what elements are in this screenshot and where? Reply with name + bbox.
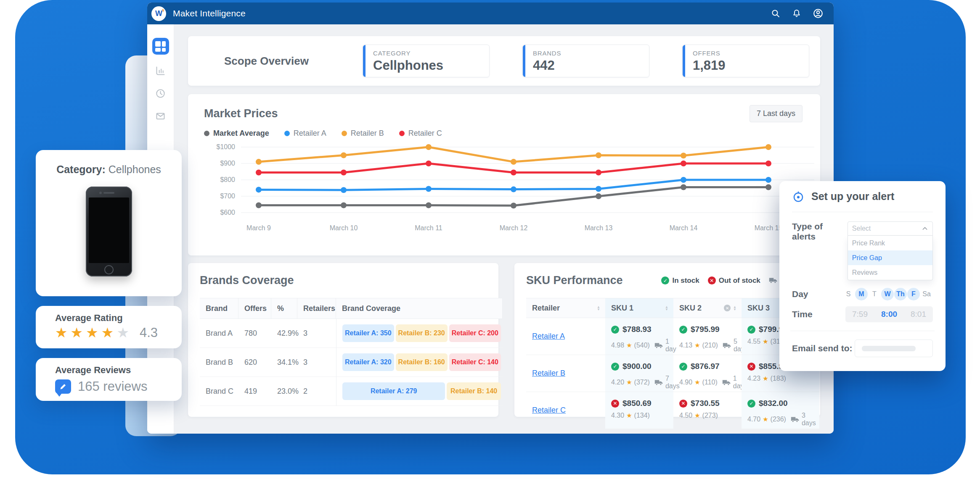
day-pill-t[interactable]: T bbox=[868, 288, 881, 300]
phone-home-button bbox=[104, 265, 114, 274]
retailer-link[interactable]: Retailer A bbox=[532, 332, 565, 341]
out-of-stock-icon: ✕ bbox=[747, 363, 755, 371]
data-point[interactable] bbox=[596, 193, 601, 199]
sku-price: $876.97 bbox=[691, 362, 720, 371]
in-stock-icon: ✓ bbox=[747, 326, 755, 334]
brands-column-header[interactable]: % bbox=[271, 298, 297, 319]
data-point[interactable] bbox=[341, 153, 347, 158]
stat-value: 1,819 bbox=[693, 58, 809, 73]
market-prices-title: Market Prices bbox=[204, 107, 278, 120]
sku-performance-table: Retailer▲▼SKU 1▲▼SKU 2✕▲▼SKU 3Retailer A… bbox=[526, 298, 808, 429]
star-icon: ★ bbox=[71, 325, 86, 340]
data-point[interactable] bbox=[341, 187, 347, 193]
data-point[interactable] bbox=[681, 184, 686, 190]
retailer-link[interactable]: Retailer C bbox=[532, 406, 566, 415]
coverage-chip: Retailer A: 350 bbox=[342, 324, 394, 342]
data-point[interactable] bbox=[341, 202, 347, 208]
data-point[interactable] bbox=[511, 159, 516, 165]
stat-label: CATEGORY bbox=[373, 50, 489, 57]
sort-icon[interactable]: ▲▼ bbox=[597, 305, 600, 311]
sku-reviews: (210) bbox=[702, 342, 718, 349]
legend-dot bbox=[342, 131, 347, 136]
sidebar-item-dashboard[interactable] bbox=[152, 38, 169, 55]
day-pill-m[interactable]: M bbox=[855, 288, 868, 300]
main-content: Scope Overview CATEGORYCellphonesBRANDS4… bbox=[174, 24, 834, 434]
coverage-chip: Retailer B: 140 bbox=[447, 382, 501, 400]
brand-coverage-bar: Retailer A: 350Retailer B: 230Retailer C… bbox=[336, 319, 503, 348]
data-point[interactable] bbox=[681, 153, 686, 158]
day-pill-th[interactable]: Th bbox=[894, 288, 907, 300]
data-point[interactable] bbox=[681, 161, 686, 166]
type-of-alerts-select[interactable]: Select bbox=[848, 221, 933, 236]
data-point[interactable] bbox=[426, 144, 432, 150]
day-pill-sa[interactable]: Sa bbox=[920, 288, 933, 300]
alert-option-reviews[interactable]: Reviews bbox=[848, 265, 932, 280]
legend-item: Retailer A bbox=[284, 129, 326, 138]
data-point[interactable] bbox=[596, 169, 601, 175]
data-point[interactable] bbox=[256, 159, 262, 165]
day-pill-s[interactable]: S bbox=[842, 288, 855, 300]
data-point[interactable] bbox=[256, 187, 262, 192]
grid-tile bbox=[155, 48, 161, 52]
time-picker[interactable]: 7:598:008:01 bbox=[845, 306, 933, 322]
brands-column-header[interactable]: Retailers bbox=[297, 298, 336, 319]
sku-row-retailer: Retailer C bbox=[526, 392, 605, 429]
sidebar-item-mail[interactable] bbox=[152, 109, 169, 123]
data-point[interactable] bbox=[765, 177, 771, 183]
sidebar-item-history[interactable] bbox=[152, 87, 169, 100]
data-point[interactable] bbox=[511, 169, 516, 175]
bell-icon[interactable] bbox=[792, 8, 802, 18]
data-point[interactable] bbox=[596, 186, 601, 192]
brands-column-header[interactable]: Brand Coverage bbox=[336, 298, 503, 319]
time-option[interactable]: 7:59 bbox=[852, 310, 868, 319]
data-point[interactable] bbox=[765, 161, 771, 166]
market-prices-chart: $1000$900$800$700$600March 9March 10Marc… bbox=[204, 142, 810, 234]
sku-column-header[interactable]: SKU 1▲▼ bbox=[605, 298, 673, 318]
phone-image bbox=[86, 187, 132, 276]
in-stock-icon: ✓ bbox=[679, 326, 687, 334]
alert-option-price-gap[interactable]: Price Gap bbox=[848, 250, 932, 265]
select-placeholder: Select bbox=[852, 225, 871, 232]
day-pill-f[interactable]: F bbox=[907, 288, 920, 300]
titlebar: W Maket Intelligence bbox=[147, 3, 834, 24]
retailer-link[interactable]: Retailer B bbox=[532, 369, 565, 378]
brands-column-header[interactable]: Brand bbox=[200, 298, 238, 319]
user-avatar-icon[interactable] bbox=[813, 8, 824, 19]
star-icon: ★ bbox=[55, 325, 71, 340]
brands-column-header[interactable]: Offers bbox=[238, 298, 271, 319]
email-input[interactable] bbox=[855, 340, 933, 357]
sku-cell: ✕$850.694.30★(134) bbox=[605, 392, 673, 429]
data-point[interactable] bbox=[341, 169, 347, 175]
data-point[interactable] bbox=[426, 202, 432, 208]
data-point[interactable] bbox=[256, 202, 262, 208]
data-point[interactable] bbox=[426, 161, 432, 166]
sku-column-header[interactable]: SKU 2✕▲▼ bbox=[673, 298, 742, 318]
sku-column-header[interactable]: Retailer▲▼ bbox=[526, 298, 605, 318]
sku-rating: 4.20 bbox=[611, 379, 624, 386]
time-option[interactable]: 8:01 bbox=[911, 310, 926, 319]
data-point[interactable] bbox=[511, 203, 516, 208]
sku-column-label: Retailer bbox=[532, 304, 560, 313]
data-point[interactable] bbox=[426, 186, 432, 192]
data-point[interactable] bbox=[681, 177, 686, 183]
scope-overview-card: Scope Overview CATEGORYCellphonesBRANDS4… bbox=[188, 36, 820, 86]
sidebar-item-analytics[interactable] bbox=[152, 64, 169, 77]
search-icon[interactable] bbox=[771, 8, 781, 18]
email-label: Email send to: bbox=[792, 343, 853, 353]
data-point[interactable] bbox=[256, 169, 262, 175]
clear-column-icon[interactable]: ✕ bbox=[724, 305, 731, 311]
data-point[interactable] bbox=[511, 187, 516, 192]
alarm-icon bbox=[792, 190, 805, 203]
data-point[interactable] bbox=[596, 153, 601, 158]
sort-icon[interactable]: ▲▼ bbox=[665, 305, 668, 311]
data-point[interactable] bbox=[765, 184, 771, 190]
sku-legend-label: Out of stock bbox=[719, 276, 760, 285]
sku-performance-card: SKU Performance ✓In stock✕Out of stockDe… bbox=[514, 263, 820, 417]
y-axis-label: $600 bbox=[220, 209, 235, 216]
sort-icon[interactable]: ▲▼ bbox=[733, 305, 736, 311]
date-range-button[interactable]: 7 Last days bbox=[750, 105, 803, 122]
day-pill-w[interactable]: W bbox=[881, 288, 894, 300]
data-point[interactable] bbox=[765, 144, 771, 150]
alert-option-price-rank[interactable]: Price Rank bbox=[848, 236, 932, 250]
time-option[interactable]: 8:00 bbox=[881, 310, 897, 319]
